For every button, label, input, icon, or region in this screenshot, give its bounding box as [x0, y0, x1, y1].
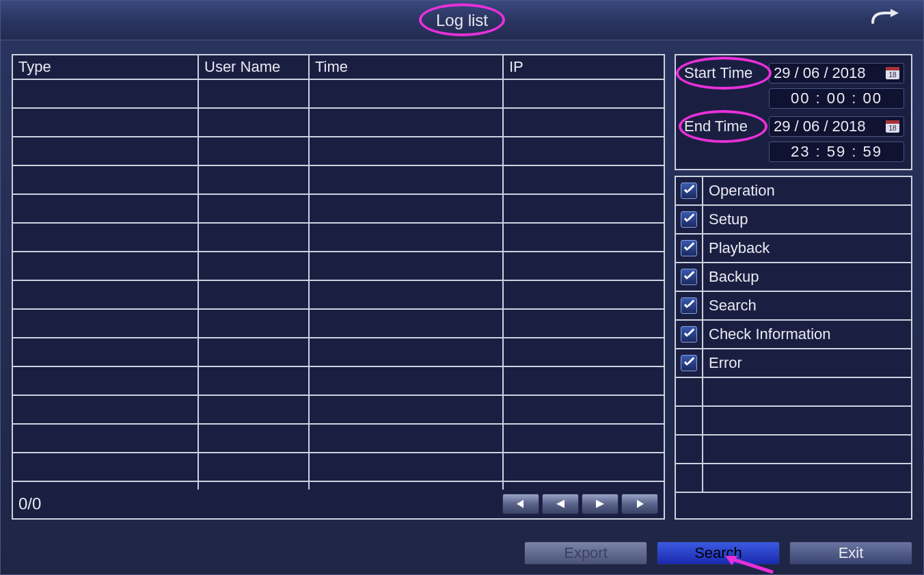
next-page-button[interactable] [582, 494, 619, 514]
table-row[interactable] [13, 453, 664, 482]
table-cell [199, 281, 310, 310]
nav-buttons [502, 494, 658, 514]
table-row[interactable] [13, 166, 664, 195]
table-cell [310, 425, 504, 453]
table-cell [13, 367, 199, 396]
last-page-icon [633, 498, 647, 509]
filter-checkbox-cell [676, 378, 703, 405]
table-row[interactable] [13, 367, 664, 396]
filter-row[interactable]: Search [676, 292, 911, 321]
filter-label-cell [703, 436, 911, 463]
filter-checkbox[interactable] [681, 297, 697, 314]
table-row[interactable] [13, 109, 664, 137]
filter-row[interactable]: Setup [676, 206, 911, 235]
table-row[interactable] [13, 396, 664, 425]
table-cell [310, 281, 504, 310]
filter-label-cell: Operation [703, 177, 911, 204]
table-row[interactable] [13, 137, 664, 166]
table-body [13, 80, 664, 490]
filter-checkbox[interactable] [681, 355, 697, 371]
table-cell [13, 224, 199, 252]
table-row[interactable] [13, 224, 664, 252]
filter-checkbox[interactable] [681, 183, 697, 199]
start-date-input[interactable]: 29 / 06 / 2018 18 [769, 63, 904, 83]
table-cell [310, 80, 504, 109]
table-cell [13, 310, 199, 338]
table-cell [504, 224, 664, 252]
prev-page-icon [554, 498, 567, 509]
prev-page-button[interactable] [542, 494, 579, 514]
last-page-button[interactable] [621, 494, 658, 514]
calendar-icon[interactable]: 18 [886, 67, 899, 79]
table-cell [199, 425, 310, 453]
export-button[interactable]: Export [524, 541, 647, 565]
filter-checkbox-cell [676, 206, 703, 233]
side-panel: Start Time 29 / 06 / 2018 18 00 : 00 : 0… [675, 54, 912, 520]
table-cell [504, 338, 664, 367]
filter-row[interactable]: Backup [676, 263, 911, 292]
filter-checkbox-cell [676, 349, 703, 377]
back-button[interactable] [869, 8, 903, 32]
pager: 0/0 [13, 490, 664, 518]
end-time-label: End Time [681, 118, 748, 135]
calendar-icon[interactable]: 18 [886, 120, 899, 133]
table-row[interactable] [13, 482, 664, 490]
filter-checkbox-cell [676, 321, 703, 348]
table-row[interactable] [13, 338, 664, 367]
filter-checkbox[interactable] [681, 326, 697, 343]
table-row[interactable] [13, 425, 664, 453]
table-row[interactable] [13, 195, 664, 224]
filter-checkbox[interactable] [681, 269, 697, 285]
window-title: Log list [436, 11, 488, 30]
page-info: 0/0 [18, 494, 502, 513]
table-cell [504, 310, 664, 338]
column-header-type[interactable]: Type [13, 55, 199, 80]
table-cell [504, 137, 664, 166]
filter-row[interactable]: Operation [676, 177, 911, 206]
end-time-value: 23 : 59 : 59 [791, 143, 882, 161]
filter-row[interactable]: Error [676, 349, 911, 378]
back-arrow-icon [869, 8, 903, 32]
table-cell [310, 396, 504, 425]
end-time-input[interactable]: 23 : 59 : 59 [769, 142, 904, 162]
table-row[interactable] [13, 80, 664, 109]
filter-row[interactable]: Playback [676, 235, 911, 263]
table-cell [310, 109, 504, 137]
table-cell [13, 166, 199, 195]
table-cell [310, 195, 504, 224]
search-button[interactable]: Search [657, 541, 780, 565]
filter-checkbox-cell [676, 464, 703, 492]
table-cell [13, 195, 199, 224]
exit-button[interactable]: Exit [789, 541, 912, 565]
filter-checkbox[interactable] [681, 240, 697, 256]
filter-row [676, 436, 911, 464]
filter-label-cell: Playback [703, 235, 911, 262]
start-time-label: Start Time [681, 64, 752, 82]
next-page-icon [593, 498, 607, 509]
table-row[interactable] [13, 281, 664, 310]
column-header-time[interactable]: Time [310, 55, 504, 80]
start-time-input[interactable]: 00 : 00 : 00 [769, 88, 904, 109]
table-cell [199, 80, 310, 109]
table-cell [310, 166, 504, 195]
filter-label-cell: Search [703, 292, 911, 319]
table-cell [310, 137, 504, 166]
table-cell [199, 224, 310, 252]
table-row[interactable] [13, 252, 664, 281]
filter-label-cell [703, 407, 911, 434]
content-area: Type User Name Time IP 0/0 [1, 40, 923, 574]
end-date-input[interactable]: 29 / 06 / 2018 18 [769, 116, 904, 137]
column-header-user[interactable]: User Name [199, 55, 310, 80]
table-cell [13, 137, 199, 166]
start-time-row: Start Time 29 / 06 / 2018 18 [681, 62, 906, 84]
table-cell [13, 80, 199, 109]
filter-row [676, 378, 911, 407]
first-page-button[interactable] [502, 494, 539, 514]
column-header-ip[interactable]: IP [504, 55, 664, 80]
filter-checkbox[interactable] [681, 211, 697, 228]
table-cell [199, 109, 310, 137]
filter-row[interactable]: Check Information [676, 321, 911, 349]
table-cell [13, 453, 199, 482]
first-page-icon [514, 498, 528, 509]
table-row[interactable] [13, 310, 664, 338]
